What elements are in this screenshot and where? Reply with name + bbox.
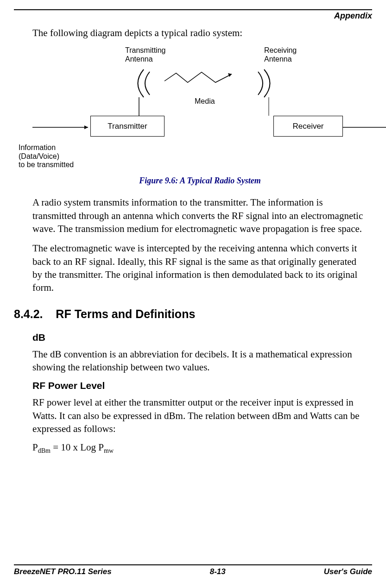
db-text: The dB convention is an abbreviation for…: [32, 348, 367, 374]
footer-center: 8-13: [210, 567, 226, 576]
section-number: 8.4.2.: [14, 307, 43, 320]
figure-caption: Figure 9.6: A Typical Radio System: [32, 176, 367, 186]
section-title: RF Terms and Definitions: [56, 307, 195, 320]
formula: PdBm = 10 x Log Pmw: [32, 442, 367, 455]
info-l1: Information: [19, 144, 56, 151]
section-heading: 8.4.2. RF Terms and Definitions: [14, 307, 367, 321]
header-rule: [14, 9, 372, 10]
info-l3: to be transmitted: [19, 161, 74, 169]
intro-paragraph: The following diagram depicts a typical …: [32, 26, 367, 39]
svg-marker-2: [84, 125, 88, 129]
footer-row: BreezeNET PRO.11 Series 8-13 User's Guid…: [14, 567, 372, 576]
formula-p1: P: [32, 442, 38, 453]
rfpower-heading: RF Power Level: [32, 380, 367, 391]
page-content: The following diagram depicts a typical …: [14, 26, 372, 455]
information-label: Information (Data/Voice) to be transmitt…: [19, 144, 74, 169]
info-l2: (Data/Voice): [19, 152, 59, 160]
formula-sub2: mw: [104, 448, 114, 455]
radio-system-diagram: Transmitting Antenna Receiving Antenna M…: [32, 46, 367, 171]
footer-right: User's Guide: [324, 567, 372, 576]
formula-sub1: dBm: [38, 448, 51, 455]
footer-rule: [14, 564, 372, 565]
paragraph-1: A radio system transmits information to …: [32, 196, 367, 235]
page-footer: BreezeNET PRO.11 Series 8-13 User's Guid…: [14, 564, 372, 576]
paragraph-2: The electromagnetic wave is intercepted …: [32, 242, 367, 294]
connector-lines-icon: [32, 46, 386, 167]
rfpower-text: RF power level at either the transmitter…: [32, 396, 367, 435]
footer-left: BreezeNET PRO.11 Series: [14, 567, 112, 576]
formula-eq: = 10 x Log P: [51, 442, 104, 453]
db-heading: dB: [32, 332, 367, 343]
header-appendix: Appendix: [14, 11, 372, 21]
